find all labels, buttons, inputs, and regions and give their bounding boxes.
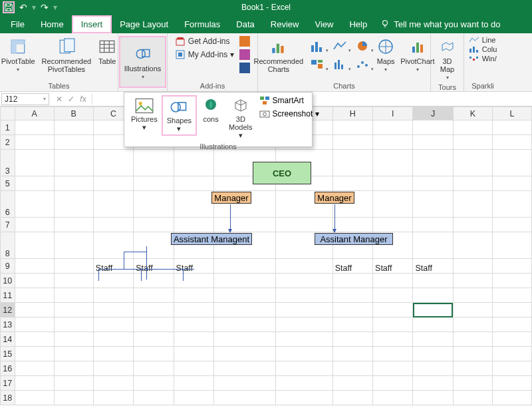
- cell-D6[interactable]: [134, 191, 174, 218]
- cell-K11[interactable]: [453, 288, 492, 303]
- cell-L1[interactable]: [492, 120, 531, 135]
- cell-E6[interactable]: [174, 191, 213, 218]
- row-header-5[interactable]: 5: [1, 176, 15, 191]
- row-header-2[interactable]: 2: [1, 135, 15, 150]
- cell-E12[interactable]: [174, 303, 213, 317]
- cell-I18[interactable]: [373, 391, 413, 405]
- cell-A12[interactable]: [15, 303, 54, 317]
- cell-H2[interactable]: [332, 135, 372, 150]
- row-header-12[interactable]: 12: [1, 303, 15, 317]
- pie-chart-button[interactable]: ▾: [352, 36, 372, 52]
- tab-help[interactable]: Help: [341, 15, 375, 33]
- cell-E13[interactable]: [174, 317, 213, 332]
- cell-G11[interactable]: [276, 288, 333, 303]
- cell-B11[interactable]: [54, 288, 93, 303]
- cell-I1[interactable]: [373, 120, 413, 135]
- cell-H3[interactable]: [332, 150, 372, 176]
- cell-C5[interactable]: [93, 176, 133, 191]
- cell-B6[interactable]: [54, 191, 93, 218]
- qat-customize[interactable]: ▾: [53, 3, 57, 12]
- cell-A9[interactable]: [15, 259, 54, 274]
- cell-B16[interactable]: [54, 361, 93, 376]
- cell-L12[interactable]: [492, 303, 531, 317]
- cell-A10[interactable]: [15, 274, 54, 288]
- cell-L17[interactable]: [492, 376, 531, 391]
- column-header-B[interactable]: B: [54, 107, 93, 120]
- cell-K10[interactable]: [453, 274, 492, 288]
- cell-L6[interactable]: [492, 191, 531, 218]
- cell-G12[interactable]: [276, 303, 333, 317]
- cell-K3[interactable]: [453, 150, 492, 176]
- cell-L9[interactable]: [492, 259, 531, 274]
- line-chart-button[interactable]: ▾: [330, 36, 350, 52]
- select-all[interactable]: [1, 107, 15, 120]
- row-header-11[interactable]: 11: [1, 288, 15, 303]
- column-header-L[interactable]: L: [492, 107, 531, 120]
- cell-K6[interactable]: [453, 191, 492, 218]
- cell-C15[interactable]: [93, 347, 133, 361]
- cell-F14[interactable]: [213, 332, 275, 347]
- pictures-button[interactable]: Pictures▾: [127, 95, 162, 133]
- cell-J14[interactable]: [413, 332, 453, 347]
- cell-D10[interactable]: [134, 274, 174, 288]
- cell-I10[interactable]: [373, 274, 413, 288]
- cell-E14[interactable]: [174, 332, 213, 347]
- cell-K1[interactable]: [453, 120, 492, 135]
- sparkline-winloss-button[interactable]: Win/: [469, 55, 497, 63]
- row-header-16[interactable]: 16: [1, 361, 15, 376]
- cell-D16[interactable]: [134, 361, 174, 376]
- cell-L14[interactable]: [492, 332, 531, 347]
- cell-K15[interactable]: [453, 347, 492, 361]
- pivottable-button[interactable]: PivotTable ▾: [0, 36, 37, 75]
- cell-J15[interactable]: [413, 347, 453, 361]
- qat-caret[interactable]: ▾: [32, 3, 36, 12]
- cell-D3[interactable]: [134, 150, 174, 176]
- cancel-button[interactable]: ✕: [53, 95, 65, 104]
- cell-G13[interactable]: [276, 317, 333, 332]
- cell-I11[interactable]: [373, 288, 413, 303]
- cell-I16[interactable]: [373, 361, 413, 376]
- cell-E9[interactable]: Staff: [174, 259, 213, 274]
- cell-G18[interactable]: [276, 391, 333, 405]
- cell-K8[interactable]: [453, 232, 492, 259]
- cell-L7[interactable]: [492, 218, 531, 232]
- cell-H9[interactable]: Staff: [332, 259, 372, 274]
- maps-button[interactable]: Maps▾: [375, 36, 396, 74]
- shape-manager-1[interactable]: Manager: [211, 192, 251, 204]
- cell-A18[interactable]: [15, 391, 54, 405]
- cell-A3[interactable]: [15, 150, 54, 176]
- cell-C6[interactable]: [93, 191, 133, 218]
- cell-D14[interactable]: [134, 332, 174, 347]
- cell-H14[interactable]: [332, 332, 372, 347]
- enter-button[interactable]: ✓: [65, 95, 77, 104]
- cell-H13[interactable]: [332, 317, 372, 332]
- cell-C13[interactable]: [93, 317, 133, 332]
- cell-J12[interactable]: [413, 303, 453, 317]
- people-graph-icon[interactable]: [239, 49, 250, 60]
- fx-button[interactable]: fx: [77, 95, 89, 104]
- cell-H1[interactable]: [332, 120, 372, 135]
- cell-K7[interactable]: [453, 218, 492, 232]
- cell-G7[interactable]: [276, 218, 333, 232]
- cell-J3[interactable]: [413, 150, 453, 176]
- cell-A17[interactable]: [15, 376, 54, 391]
- cell-B17[interactable]: [54, 376, 93, 391]
- hierarchy-chart-button[interactable]: ▾: [307, 55, 327, 71]
- cell-B13[interactable]: [54, 317, 93, 332]
- cell-H15[interactable]: [332, 347, 372, 361]
- row-header-7[interactable]: 7: [1, 218, 15, 232]
- cell-D11[interactable]: [134, 288, 174, 303]
- row-header-3[interactable]: 3: [1, 150, 15, 176]
- cell-H17[interactable]: [332, 376, 372, 391]
- cell-G15[interactable]: [276, 347, 333, 361]
- cell-K16[interactable]: [453, 361, 492, 376]
- cell-B10[interactable]: [54, 274, 93, 288]
- cell-H7[interactable]: [332, 218, 372, 232]
- cell-B7[interactable]: [54, 218, 93, 232]
- cell-E17[interactable]: [174, 376, 213, 391]
- column-header-I[interactable]: I: [373, 107, 413, 120]
- cell-G14[interactable]: [276, 332, 333, 347]
- cell-E7[interactable]: [174, 218, 213, 232]
- cell-L10[interactable]: [492, 274, 531, 288]
- 3d-models-button[interactable]: 3D Models▾: [225, 95, 256, 141]
